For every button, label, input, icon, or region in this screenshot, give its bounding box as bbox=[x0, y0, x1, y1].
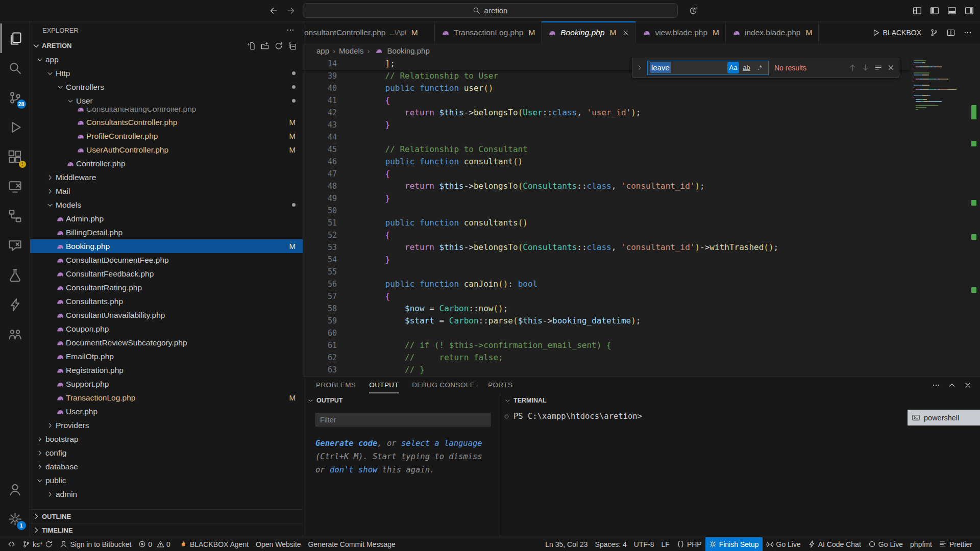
activity-extensions[interactable]: ! bbox=[1, 142, 30, 171]
activity-run-and-debug[interactable] bbox=[1, 112, 30, 142]
welcome-link[interactable]: Generate code bbox=[315, 439, 377, 448]
status-bitbucket-signin[interactable]: Sign in to Bitbucket bbox=[56, 537, 135, 551]
file-controller-php[interactable]: Controller.php bbox=[30, 157, 303, 170]
file-emailotp-php[interactable]: EmailOtp.php bbox=[30, 349, 303, 363]
folder-providers[interactable]: Providers bbox=[30, 418, 303, 432]
find-input[interactable]: leave Aa ab .* bbox=[647, 61, 769, 75]
breadcrumb-item-booking-php[interactable]: Booking.php bbox=[373, 46, 429, 55]
file-user-php[interactable]: User.php bbox=[30, 405, 303, 418]
activity-testing[interactable] bbox=[1, 260, 30, 290]
panel-tab-output[interactable]: OUTPUT bbox=[369, 377, 399, 393]
activity-workflow[interactable] bbox=[1, 201, 30, 231]
panel-close-icon[interactable] bbox=[964, 381, 972, 389]
file-booking-php[interactable]: Booking.phpM bbox=[30, 239, 303, 253]
new-folder-icon[interactable] bbox=[261, 42, 269, 50]
regex-button[interactable]: .* bbox=[754, 62, 766, 73]
status-finish-setup[interactable]: Finish Setup bbox=[705, 537, 763, 551]
activity-settings[interactable]: 1 bbox=[1, 504, 30, 534]
activity-search[interactable] bbox=[1, 53, 30, 83]
split-editor-icon[interactable] bbox=[947, 29, 955, 37]
folder-user[interactable]: User bbox=[30, 94, 303, 108]
folder-config[interactable]: config bbox=[30, 446, 303, 460]
status-remote-indicator[interactable] bbox=[4, 537, 19, 551]
breadcrumb-item-app[interactable]: app bbox=[316, 46, 329, 55]
activity-explorer[interactable] bbox=[1, 23, 30, 53]
folder-controllers[interactable]: Controllers bbox=[30, 80, 303, 94]
folder-mail[interactable]: Mail bbox=[30, 184, 303, 198]
file-consultantunavailability-php[interactable]: ConsultantUnavailability.php bbox=[30, 308, 303, 322]
folder-bootstrap[interactable]: bootstrap bbox=[30, 432, 303, 446]
new-file-icon[interactable] bbox=[247, 42, 255, 50]
status-ai-code-chat[interactable]: AI Code Chat bbox=[804, 537, 865, 551]
status-generate-commit-message[interactable]: Generate Commit Message bbox=[305, 537, 399, 551]
panel-tab-debug-console[interactable]: DEBUG CONSOLE bbox=[412, 377, 475, 393]
file-transactionlog-php[interactable]: TransactionLog.phpM bbox=[30, 391, 303, 405]
activity-accounts[interactable] bbox=[1, 474, 30, 504]
folder-middleware[interactable]: Middleware bbox=[30, 170, 303, 184]
back-icon[interactable] bbox=[270, 7, 278, 15]
file-consultantscontroller-php[interactable]: ConsultantsController.phpM bbox=[30, 115, 303, 129]
activity-source-control[interactable]: 28 bbox=[1, 83, 30, 112]
tab-transactionlog-php[interactable]: TransactionLog.phpM bbox=[435, 21, 542, 43]
file-support-php[interactable]: Support.php bbox=[30, 377, 303, 391]
status-cursor-position[interactable]: Ln 35, Col 23 bbox=[542, 537, 591, 551]
toggle-replace-icon[interactable] bbox=[636, 64, 644, 71]
close-icon[interactable] bbox=[622, 29, 629, 36]
command-center-search[interactable]: aretion bbox=[303, 3, 678, 18]
tab-booking-php[interactable]: Booking.phpM bbox=[542, 21, 636, 43]
output-filter-input[interactable] bbox=[315, 413, 491, 427]
file-consultants-php[interactable]: Consultants.php bbox=[30, 294, 303, 308]
activity-organization[interactable] bbox=[1, 319, 30, 349]
minimap[interactable] bbox=[910, 58, 964, 376]
terminal[interactable]: PS C:\xampp\htdocs\aretion> bbox=[500, 408, 908, 537]
refresh-icon[interactable] bbox=[275, 42, 283, 50]
file-billingdetail-php[interactable]: BillingDetail.php bbox=[30, 226, 303, 239]
status-git-branch[interactable]: ks* bbox=[19, 537, 56, 551]
timeline-history-icon[interactable] bbox=[689, 7, 697, 15]
match-case-button[interactable]: Aa bbox=[727, 62, 739, 73]
welcome-link[interactable]: select a language bbox=[401, 439, 482, 448]
tab-view-blade-php[interactable]: view.blade.phpM bbox=[636, 21, 725, 43]
git-actions-icon[interactable] bbox=[930, 29, 938, 37]
panel-maximize-icon[interactable] bbox=[948, 381, 956, 389]
code-editor[interactable]: 14 ];39 // Relationship to User40 public… bbox=[303, 58, 910, 376]
welcome-link[interactable]: don't show bbox=[330, 465, 377, 474]
status-blackbox-agent[interactable]: BLACKBOX Agent bbox=[176, 537, 252, 551]
file-consultantdocumentfee-php[interactable]: ConsultantDocumentFee.php bbox=[30, 253, 303, 267]
breadcrumb-item-models[interactable]: Models bbox=[339, 46, 363, 55]
find-in-selection-icon[interactable] bbox=[874, 64, 882, 71]
toggle-sidebar-icon[interactable] bbox=[930, 6, 939, 15]
section-timeline[interactable]: TIMELINE bbox=[30, 523, 303, 537]
folder-database[interactable]: database bbox=[30, 460, 303, 473]
tab-onsultantcontroller-php[interactable]: onsultantController.php...\ApiM bbox=[303, 21, 435, 43]
status-encoding[interactable]: UTF-8 bbox=[630, 537, 658, 551]
folder-models[interactable]: Models bbox=[30, 198, 303, 212]
status-language-mode[interactable]: PHP bbox=[673, 537, 705, 551]
panel-tab-problems[interactable]: PROBLEMS bbox=[316, 377, 356, 393]
project-section-header[interactable]: ARETION bbox=[30, 39, 303, 53]
panel-tab-ports[interactable]: PORTS bbox=[488, 377, 512, 393]
status-problems[interactable]: 00 bbox=[135, 537, 176, 551]
terminal-tab-powershell[interactable]: powershell bbox=[908, 410, 980, 425]
whole-word-button[interactable]: ab bbox=[741, 62, 752, 73]
find-previous-icon[interactable] bbox=[849, 64, 856, 71]
find-close-icon[interactable] bbox=[887, 64, 895, 71]
file-documentreviewsubcategory-php[interactable]: DocumentReviewSubcategory.php bbox=[30, 336, 303, 349]
activity-chat[interactable] bbox=[1, 231, 30, 260]
folder-http[interactable]: Http bbox=[30, 66, 303, 80]
customize-layout-icon[interactable] bbox=[913, 6, 922, 15]
editor-more-icon[interactable] bbox=[964, 29, 972, 37]
run-blackbox-button[interactable]: BLACKBOX bbox=[872, 29, 921, 37]
collapse-all-icon[interactable] bbox=[288, 42, 297, 50]
status-prettier[interactable]: Prettier bbox=[936, 537, 976, 551]
file-consultantfeedback-php[interactable]: ConsultantFeedback.php bbox=[30, 267, 303, 281]
panel-more-icon[interactable] bbox=[932, 381, 940, 389]
folder-app[interactable]: app bbox=[30, 53, 303, 66]
file-profilecontroller-php[interactable]: ProfileController.phpM bbox=[30, 129, 303, 143]
section-outline[interactable]: OUTLINE bbox=[30, 509, 303, 523]
explorer-more-icon[interactable] bbox=[286, 26, 295, 34]
status-eol[interactable]: LF bbox=[658, 537, 673, 551]
file-coupon-php[interactable]: Coupon.php bbox=[30, 322, 303, 336]
activity-blackbox-ai[interactable] bbox=[1, 290, 30, 319]
toggle-secondary-sidebar-icon[interactable] bbox=[965, 6, 974, 15]
